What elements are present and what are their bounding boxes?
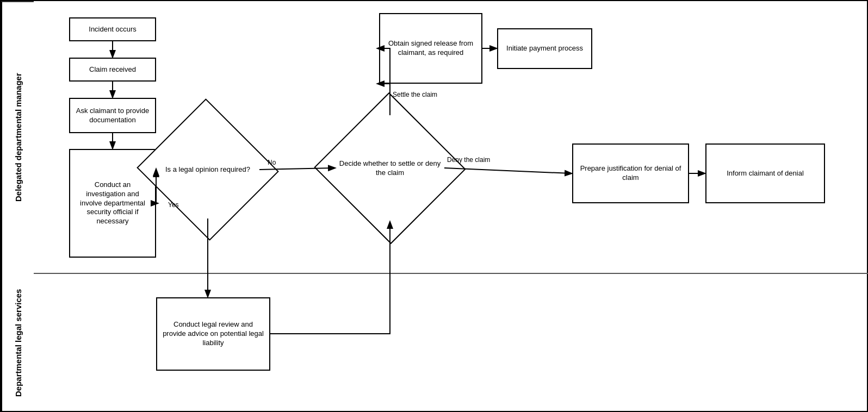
incident-box: Incident occurs [69, 17, 156, 41]
diagram-container: Delegated departmental manager Departmen… [0, 0, 868, 412]
initiate-payment-box: Initiate payment process [497, 28, 592, 69]
no-label: No [268, 159, 276, 166]
obtain-signed-box: Obtain signed release from claimant, as … [379, 13, 482, 84]
yes-label: Yes [168, 201, 179, 209]
lane-bottom-label: Departmental legal services [1, 273, 34, 412]
ask-claimant-box: Ask claimant to provide documentation [69, 98, 156, 133]
lane-top-label: Delegated departmental manager [1, 1, 34, 273]
settle-label: Settle the claim [393, 91, 437, 98]
decide-diamond: Decide whether to settle or deny the cla… [336, 115, 444, 221]
conduct-legal-box: Conduct legal review and provide advice … [156, 297, 270, 371]
deny-label: Deny the claim [447, 156, 490, 164]
inform-claimant-box: Inform claimant of denial [705, 143, 825, 203]
prepare-justification-box: Prepare justification for denial of clai… [572, 143, 689, 203]
claim-received-box: Claim received [69, 58, 156, 82]
lane-divider [34, 273, 868, 274]
